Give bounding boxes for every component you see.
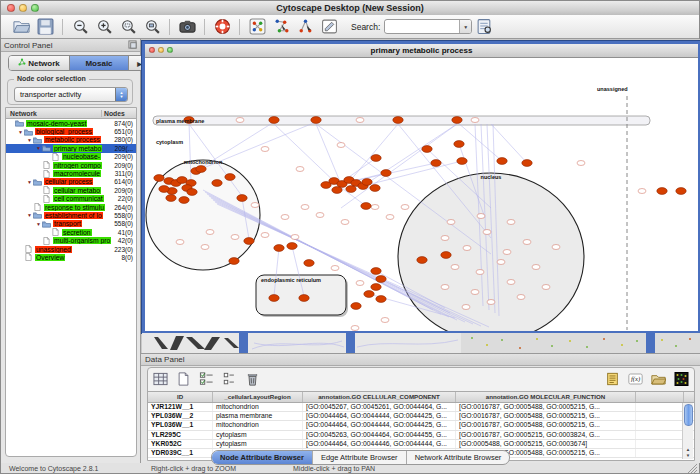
network-node-minor[interactable] (523, 240, 531, 245)
network-node[interactable] (371, 284, 381, 291)
network-node-minor[interactable] (447, 220, 455, 225)
import-attributes-icon[interactable] (650, 371, 667, 387)
table-scrollbar[interactable]: ▲▼ (682, 403, 693, 459)
network-node[interactable] (676, 188, 686, 195)
tab-mosaic[interactable]: Mosaic (69, 56, 128, 70)
network-node[interactable] (332, 187, 342, 194)
network-node-minor[interactable] (176, 240, 184, 245)
unselect-attributes-icon[interactable] (221, 371, 238, 387)
attribute-list-icon[interactable] (604, 371, 621, 387)
network-node[interactable] (196, 166, 206, 173)
tree-row[interactable]: ▼establishment of lo558(0) (6, 211, 136, 219)
network-node-minor[interactable] (371, 205, 379, 210)
network-node[interactable] (522, 160, 532, 167)
network-node-minor[interactable] (441, 285, 449, 290)
network-node[interactable] (431, 160, 441, 167)
panel-float-icon[interactable] (128, 40, 137, 51)
tab-network[interactable]: Network (9, 56, 69, 70)
network-node[interactable] (269, 295, 279, 302)
close-button[interactable] (7, 4, 15, 12)
network-node-minor[interactable] (487, 300, 495, 305)
network-node[interactable] (287, 243, 297, 250)
network-node-minor[interactable] (441, 236, 449, 241)
column-header[interactable]: annotation.GO MOLECULAR_FUNCTION (456, 392, 636, 402)
network-node[interactable] (657, 188, 667, 195)
snapshot-icon[interactable] (178, 18, 196, 36)
network-node[interactable] (229, 258, 239, 265)
search-dropdown-arrow[interactable]: ▼ (459, 20, 471, 33)
tree-row[interactable]: multi-organism pro42(0) (6, 236, 136, 244)
column-header[interactable]: ID (148, 392, 213, 402)
advanced-search-icon[interactable] (475, 18, 493, 36)
tree-row[interactable]: mosaic-demo-yeast874(0) (6, 119, 136, 127)
tree-row[interactable]: response to stimulu264(0) (6, 203, 136, 211)
network-node[interactable] (454, 141, 464, 148)
network-node-minor[interactable] (291, 235, 299, 240)
network-node-minor[interactable] (471, 118, 479, 123)
zoom-in-icon[interactable] (95, 18, 113, 36)
network-node-minor[interactable] (451, 265, 459, 270)
network-node[interactable] (361, 203, 371, 210)
network-node-minor[interactable] (476, 270, 484, 275)
network-node-minor[interactable] (503, 250, 511, 255)
tree-row[interactable]: ▼transport558(0) (6, 220, 136, 228)
tree-row[interactable]: nucleobase-209(0) (6, 153, 136, 161)
network-node[interactable] (154, 175, 164, 182)
tree-row[interactable]: nitrogen compo209(0) (6, 161, 136, 169)
delete-attribute-icon[interactable] (244, 371, 261, 387)
network-node[interactable] (376, 296, 386, 303)
tree-row[interactable]: ▼metabolic process280(0) (6, 136, 136, 144)
network-node-minor[interactable] (356, 281, 364, 286)
network-node-minor[interactable] (261, 233, 269, 238)
network-node-minor[interactable] (532, 265, 540, 270)
zoom-selected-icon[interactable] (119, 18, 137, 36)
network-node-minor[interactable] (638, 189, 646, 194)
tree-expander-icon[interactable]: ▼ (26, 137, 33, 143)
table-mode-icon[interactable] (152, 371, 169, 387)
network-node[interactable] (381, 170, 391, 177)
network-node-minor[interactable] (316, 213, 324, 218)
layout-grid-icon[interactable] (248, 18, 266, 36)
network-node-minor[interactable] (483, 230, 491, 235)
network-canvas[interactable]: plasma membranecytoplasmmitochondrionnuc… (145, 58, 698, 331)
tree-row[interactable]: macromolecule311(0) (6, 169, 136, 177)
network-node-minor[interactable] (542, 285, 550, 290)
net-close-button[interactable] (149, 47, 155, 53)
network-node-minor[interactable] (386, 215, 394, 220)
network-node[interactable] (225, 174, 235, 181)
column-header[interactable]: annotation.GO CELLULAR_COMPONENT (303, 392, 456, 402)
table-row[interactable]: YJR121W__1mitochondrion[GO:0045267, GO:0… (148, 403, 694, 412)
network-node-minor[interactable] (497, 260, 505, 265)
network-node[interactable] (311, 117, 321, 124)
tree-header-nodes[interactable]: Nodes (101, 110, 136, 117)
network-node[interactable] (244, 238, 254, 245)
network-node[interactable] (441, 252, 451, 259)
network-window-titlebar[interactable]: primary metabolic process (145, 44, 698, 58)
tree-row[interactable]: unassigned223(0) (6, 245, 136, 253)
network-node[interactable] (497, 158, 507, 165)
layout-organic-icon[interactable] (272, 18, 290, 36)
minimize-button[interactable] (19, 4, 27, 12)
network-node-minor[interactable] (507, 220, 515, 225)
network-node-minor[interactable] (356, 118, 364, 123)
table-row[interactable]: YLR295Ccytoplasm[GO:0045263, GO:0044464,… (148, 431, 694, 440)
open-icon[interactable] (12, 18, 30, 36)
network-node-minor[interactable] (296, 167, 304, 172)
tree-row[interactable]: ▼cellular process614(0) (6, 178, 136, 186)
tree-header-network[interactable]: Network (6, 110, 101, 117)
network-node[interactable] (371, 268, 381, 275)
network-node[interactable] (452, 117, 462, 124)
network-node-minor[interactable] (401, 205, 409, 210)
table-row[interactable]: YKR052Ccytoplasm[GO:0044464, GO:0044446,… (148, 440, 694, 449)
network-node-minor[interactable] (337, 143, 345, 148)
network-node[interactable] (212, 180, 222, 187)
zoom-fit-icon[interactable] (143, 18, 161, 36)
network-node-minor[interactable] (231, 235, 239, 240)
network-node-minor[interactable] (301, 205, 309, 210)
tree-row[interactable]: cell communicat22(0) (6, 195, 136, 203)
new-attribute-icon[interactable] (175, 371, 192, 387)
select-attributes-icon[interactable] (198, 371, 215, 387)
net-zoom-button[interactable] (167, 47, 173, 53)
network-node[interactable] (362, 179, 372, 186)
tree-expander-icon[interactable]: ▼ (35, 145, 42, 151)
